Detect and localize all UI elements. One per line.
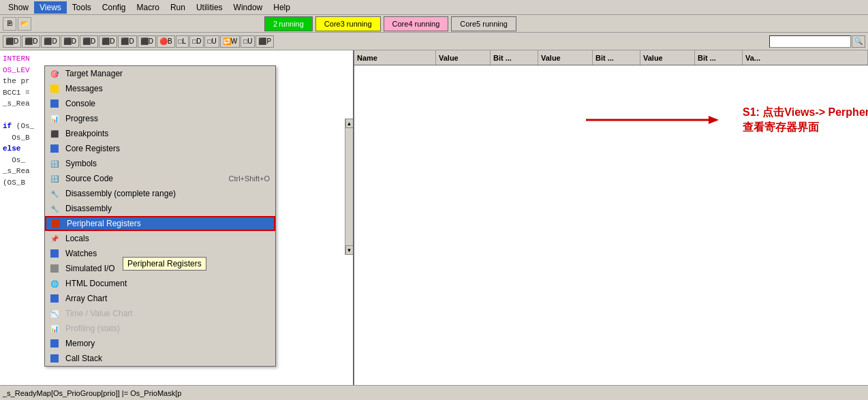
- search-input[interactable]: [769, 35, 851, 48]
- bottom-status-bar: _s_ReadyMap[Os_PrioGroup[prio]] |= Os_Pr…: [0, 385, 868, 400]
- menu-item-target-manager[interactable]: 🎯 Target Manager: [45, 66, 275, 81]
- menu-item-core-registers[interactable]: Core Registers: [45, 141, 275, 156]
- menu-help[interactable]: Help: [268, 1, 296, 14]
- menu-item-label: Messages: [65, 84, 270, 93]
- tb2-btn-step-d3[interactable]: ⬛D: [41, 35, 59, 48]
- menu-item-source-code[interactable]: 🔡 Source Code Ctrl+Shift+O: [45, 171, 275, 186]
- console-icon: [48, 97, 61, 110]
- menu-item-label: Array Chart: [65, 294, 270, 303]
- core-registers-icon: [48, 142, 61, 155]
- menu-item-locals[interactable]: 📌 Locals: [45, 231, 275, 246]
- tb2-btn-b[interactable]: 🔴B: [157, 35, 175, 48]
- tb2-btn-p[interactable]: ⬛P: [255, 35, 274, 48]
- menu-item-disassembly-complete[interactable]: 🔧 Disassembly (complete range): [45, 186, 275, 201]
- tooltip-popup: Peripheral Registers: [123, 257, 206, 271]
- source-code-shortcut: Ctrl+Shift+O: [228, 174, 270, 183]
- menu-window[interactable]: Window: [228, 1, 268, 14]
- col-name: Name: [354, 50, 436, 65]
- register-content-area: [354, 65, 868, 385]
- menu-item-symbols[interactable]: 🔡 Symbols: [45, 156, 275, 171]
- toolbar1: 🖹 📂 2 running Core3 running Core4 runnin…: [0, 15, 868, 33]
- menu-item-label: Disassembly (complete range): [65, 189, 270, 198]
- tb2-btn-step-d8[interactable]: ⬛D: [138, 35, 156, 48]
- tb2-btn-d9[interactable]: □D: [189, 35, 204, 48]
- tb-btn-1[interactable]: 🖹: [3, 17, 16, 31]
- col-bit1: Bit ...: [491, 50, 538, 65]
- menu-item-label: Breakpoints: [65, 129, 270, 138]
- right-panel: Name Value Bit ... Value Bit ... Value B…: [354, 50, 868, 385]
- menu-item-console[interactable]: Console: [45, 96, 275, 111]
- status-tab-core4[interactable]: Core4 running: [384, 16, 449, 31]
- locals-icon: 📌: [48, 232, 61, 245]
- col-value1: Value: [436, 50, 491, 65]
- progress-icon: 📊: [48, 112, 61, 125]
- menu-item-label: Time / Value Chart: [65, 309, 270, 318]
- menubar: Show Views Tools Config Macro Run Utilit…: [0, 0, 868, 15]
- tb2-btn-step-d2[interactable]: ⬛D: [22, 35, 40, 48]
- target-manager-icon: 🎯: [48, 67, 61, 80]
- tb2-btn-u2[interactable]: □U: [241, 35, 255, 48]
- search-button[interactable]: 🔍: [852, 35, 865, 48]
- tb2-btn-l[interactable]: □L: [176, 35, 189, 48]
- menu-item-time-value-chart: 📉 Time / Value Chart: [45, 306, 275, 321]
- simulated-io-icon: [48, 262, 61, 275]
- menu-item-label: Locals: [65, 234, 270, 243]
- menu-utilities[interactable]: Utilities: [191, 1, 228, 14]
- status-tab-core5[interactable]: Core5 running: [451, 16, 516, 31]
- tb2-btn-step-d5[interactable]: ⬛D: [80, 35, 98, 48]
- menu-item-disassembly[interactable]: 🔧 Disassembly: [45, 201, 275, 216]
- menu-item-label: Target Manager: [65, 69, 270, 78]
- menu-item-call-stack[interactable]: Call Stack: [45, 351, 275, 366]
- memory-icon: [48, 337, 61, 350]
- left-panel: INTERN OS_LEV the pr BCC1 = _s_Rea if (O…: [0, 50, 354, 385]
- source-code-icon: 🔡: [48, 172, 61, 185]
- col-bit3: Bit ...: [695, 50, 743, 65]
- menu-item-label: Call Stack: [65, 354, 270, 363]
- symbols-icon: 🔡: [48, 157, 61, 170]
- menu-item-label: HTML Document: [65, 279, 270, 288]
- col-bit2: Bit ...: [593, 50, 640, 65]
- tb2-btn-step-d7[interactable]: ⬛D: [118, 35, 136, 48]
- tb2-btn-w[interactable]: 🔁W: [220, 35, 240, 48]
- time-value-chart-icon: 📉: [48, 307, 61, 320]
- menu-item-peripheral-registers[interactable]: Peripheral Registers: [45, 216, 275, 231]
- status-tab-core2[interactable]: 2 running: [264, 16, 313, 31]
- toolbar2: ⬛D ⬛D ⬛D ⬛D ⬛D ⬛D ⬛D ⬛D 🔴B □L □D □U 🔁W □…: [0, 33, 868, 50]
- html-document-icon: 🌐: [48, 277, 61, 290]
- menu-item-label: Core Registers: [65, 144, 270, 153]
- menu-item-memory[interactable]: Memory: [45, 336, 275, 351]
- dropdown-overlay: 🎯 Target Manager Messages Console 📊 Prog…: [0, 50, 354, 385]
- menu-item-messages[interactable]: Messages: [45, 81, 275, 96]
- menu-config[interactable]: Config: [97, 1, 131, 14]
- watches-icon: [48, 247, 61, 260]
- call-stack-icon: [48, 352, 61, 365]
- menu-tools[interactable]: Tools: [67, 1, 97, 14]
- menu-macro[interactable]: Macro: [131, 1, 165, 14]
- menu-item-label: Symbols: [65, 159, 270, 168]
- status-tab-core3[interactable]: Core3 running: [315, 16, 381, 31]
- menu-views[interactable]: Views: [34, 1, 67, 14]
- tb2-btn-u[interactable]: □U: [204, 35, 219, 48]
- tb-btn-2[interactable]: 📂: [18, 17, 31, 31]
- menu-item-progress[interactable]: 📊 Progress: [45, 111, 275, 126]
- menu-run[interactable]: Run: [165, 1, 191, 14]
- menu-item-html-document[interactable]: 🌐 HTML Document: [45, 276, 275, 291]
- col-value3: Value: [640, 50, 695, 65]
- menu-item-array-chart[interactable]: Array Chart: [45, 291, 275, 306]
- tb2-btn-step-d6[interactable]: ⬛D: [99, 35, 117, 48]
- menu-item-breakpoints[interactable]: ⬛ Breakpoints: [45, 126, 275, 141]
- views-dropdown-menu: 🎯 Target Manager Messages Console 📊 Prog…: [44, 65, 276, 367]
- register-table-header: Name Value Bit ... Value Bit ... Value B…: [354, 50, 868, 65]
- peripheral-registers-icon: [49, 217, 63, 230]
- menu-item-profiling: 📊 Profiling (stats): [45, 321, 275, 336]
- menu-item-label: Disassembly: [65, 204, 270, 213]
- menu-item-label: Memory: [65, 339, 270, 348]
- menu-show[interactable]: Show: [3, 1, 34, 14]
- tb2-btn-step-d1[interactable]: ⬛D: [3, 35, 21, 48]
- menu-item-label: Profiling (stats): [65, 324, 270, 333]
- disassembly-complete-icon: 🔧: [48, 187, 61, 200]
- disassembly-icon: 🔧: [48, 202, 61, 215]
- tb2-btn-step-d4[interactable]: ⬛D: [61, 35, 79, 48]
- array-chart-icon: [48, 292, 61, 305]
- profiling-icon: 📊: [48, 322, 61, 335]
